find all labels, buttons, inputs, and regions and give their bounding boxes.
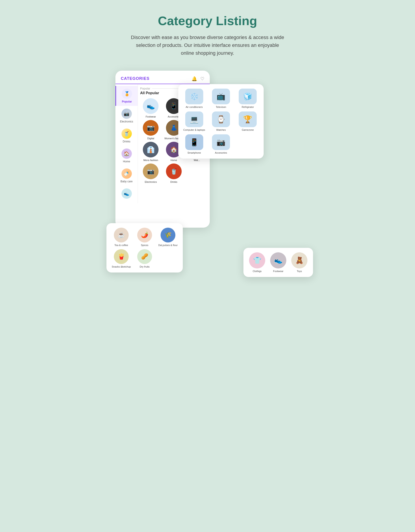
popup-label-ac: Air conditioners: [186, 106, 203, 108]
sidebar-label-drinks: Drinks: [123, 140, 130, 143]
popup-item-footwear-fashion[interactable]: 👟 Footwear: [269, 252, 287, 273]
cat-label-digital: Digital: [147, 137, 154, 140]
toys-icon: 🧸: [291, 252, 307, 268]
popup-item-game[interactable]: 🏆 Gamezone: [236, 112, 260, 131]
popup-item-smartphone[interactable]: 📱 Smartphone: [182, 134, 206, 154]
cat-label-footwear: Footwear: [146, 115, 156, 118]
popup-label-tea: Tea & coffee: [115, 244, 128, 247]
popup-label-clothing: Clothigs: [253, 270, 262, 273]
popup-label-toys: Toys: [297, 270, 302, 273]
drinks-grid-circle: 🥤: [166, 163, 182, 179]
cat-item-digital[interactable]: 📷 Digital: [140, 120, 161, 140]
footwear-fashion-icon: 👟: [270, 252, 286, 268]
popup-label-acc-elec: Accesories: [215, 152, 227, 154]
popup-item-clothing[interactable]: 👕 Clothigs: [248, 252, 266, 273]
fridge-icon: 🧊: [239, 89, 257, 104]
popup-electronics: ❄️ Air conditioners 📺 Televison 🧊 Refrig…: [178, 84, 264, 159]
popup-label-dryfruits: Dry fruits: [140, 265, 149, 268]
mockup-container: CATEGORIES 🔔 ♡ 🏅 Popular �: [107, 71, 308, 295]
popup-label-laptop: Computer & laptops: [183, 129, 205, 131]
shoes-icon: 👟: [121, 188, 132, 199]
sidebar-label-popular: Popular: [122, 100, 132, 103]
sidebar-label-babycare: Baby care: [120, 180, 132, 183]
sidebar-item-shoes[interactable]: 👟: [115, 186, 138, 201]
cat-item-electronics-grid[interactable]: 📷 Electronics: [140, 163, 161, 183]
acc-elec-icon: 📷: [212, 134, 230, 150]
popup-food: ☕ Tea & coffee 🌶️ Spices 🌾 Dal,pulses & …: [107, 223, 183, 273]
popup-item-dryfruits[interactable]: 🥜 Dry fruits: [134, 249, 155, 268]
cat-item-mensfashion[interactable]: 👔 Mens fashion: [140, 142, 161, 162]
mensfashion-circle: 👔: [143, 142, 158, 157]
sidebar-label-electronics: Electronics: [120, 120, 133, 123]
sidebar-item-popular[interactable]: 🏅 Popular: [115, 86, 138, 106]
popup-item-tea[interactable]: ☕ Tea & coffee: [111, 228, 132, 247]
popup-label-spices: Spices: [141, 244, 148, 247]
sidebar-label-home: Home: [123, 160, 130, 163]
sidebar-item-babycare[interactable]: 🍼 Baby care: [115, 166, 138, 186]
electronics-grid-circle: 📷: [143, 163, 158, 179]
popup-item-acc-elec[interactable]: 📷 Accesories: [209, 134, 233, 154]
cat-label-watches: Wat...: [194, 159, 200, 162]
cat-label-accessories: Accesories: [168, 115, 180, 118]
popup-label-fridge: Refrigirator: [242, 106, 254, 108]
popup-item-dal[interactable]: 🌾 Dal,pulses & flour: [158, 228, 178, 247]
popup-label-tv: Televison: [216, 106, 226, 108]
popup-item-watch[interactable]: ⌚ Watches: [209, 112, 233, 131]
digital-circle: 📷: [143, 120, 158, 136]
smartphone-icon: 📱: [185, 134, 203, 150]
cat-label-drinks-grid: Drinks: [170, 180, 177, 183]
electronics-popup-grid: ❄️ Air conditioners 📺 Televison 🧊 Refrig…: [182, 89, 260, 154]
popup-fashion: 👕 Clothigs 👟 Footwear 🧸 Toys: [243, 248, 313, 277]
popup-item-toys[interactable]: 🧸 Toys: [290, 252, 308, 273]
popup-label-footwear-fashion: Footwear: [273, 270, 283, 273]
popup-item-fridge[interactable]: 🧊 Refrigirator: [236, 89, 260, 108]
popup-item-spices[interactable]: 🌶️ Spices: [134, 228, 155, 247]
cat-label-electronics-grid: Electronics: [145, 180, 157, 183]
watch-icon: ⌚: [212, 112, 230, 127]
ac-icon: ❄️: [185, 89, 203, 104]
popup-item-snacks[interactable]: 🍟 Snacks &ketchup: [111, 249, 132, 268]
popup-item-tv[interactable]: 📺 Televison: [209, 89, 233, 108]
tv-icon: 📺: [212, 89, 230, 104]
food-popup-grid: ☕ Tea & coffee 🌶️ Spices 🌾 Dal,pulses & …: [111, 228, 178, 268]
dal-icon: 🌾: [161, 228, 175, 242]
sidebar-item-electronics[interactable]: 📷 Electronics: [115, 106, 138, 126]
snacks-icon: 🍟: [114, 249, 129, 264]
sidebar-item-home[interactable]: 🏠 Home: [115, 146, 138, 166]
heart-icon[interactable]: ♡: [200, 76, 204, 81]
cat-item-footwear[interactable]: 👟 Footwear: [140, 98, 161, 118]
bell-icon[interactable]: 🔔: [192, 76, 197, 81]
popup-item-ac[interactable]: ❄️ Air conditioners: [182, 89, 206, 108]
drinks-icon: 🥤: [121, 129, 132, 139]
laptop-icon: 💻: [185, 112, 203, 127]
header-icons: 🔔 ♡: [192, 76, 204, 81]
popular-section-label: Popular: [140, 87, 150, 90]
categories-title: CATEGORIES: [121, 76, 149, 81]
tea-icon: ☕: [114, 228, 129, 242]
dryfruits-icon: 🥜: [137, 249, 152, 264]
fashion-popup-grid: 👕 Clothigs 👟 Footwear 🧸 Toys: [248, 252, 308, 273]
popup-label-dal: Dal,pulses & flour: [158, 244, 178, 247]
spices-icon: 🌶️: [137, 228, 152, 242]
popup-label-game: Gamezone: [242, 129, 254, 131]
popup-label-watch: Watches: [216, 129, 226, 131]
sidebar-item-drinks[interactable]: 🥤 Drinks: [115, 126, 138, 146]
home-icon: 🏠: [121, 149, 132, 159]
sidebar: 🏅 Popular 📷 Electronics 🥤 Drinks: [115, 84, 138, 203]
popular-icon: 🏅: [122, 89, 132, 99]
electronics-icon: 📷: [121, 109, 132, 119]
clothing-icon: 👕: [249, 252, 265, 268]
popup-item-laptop[interactable]: 💻 Computer & laptops: [182, 112, 206, 131]
cat-item-drinks-grid[interactable]: 🥤 Drinks: [163, 163, 185, 183]
footwear-circle: 👟: [143, 98, 158, 114]
cat-label-mensfashion: Mens fashion: [144, 159, 158, 162]
page-title: Category Listing: [158, 13, 257, 28]
babycare-icon: 🍼: [121, 168, 132, 179]
card-header: CATEGORIES 🔔 ♡: [115, 71, 210, 84]
cat-label-home-grid: Home: [170, 159, 177, 162]
page-subtitle: Discover with ease as you browse diverse…: [129, 33, 286, 57]
popup-label-snacks: Snacks &ketchup: [112, 265, 131, 268]
game-icon: 🏆: [239, 112, 257, 127]
popup-label-smartphone: Smartphone: [188, 152, 201, 154]
